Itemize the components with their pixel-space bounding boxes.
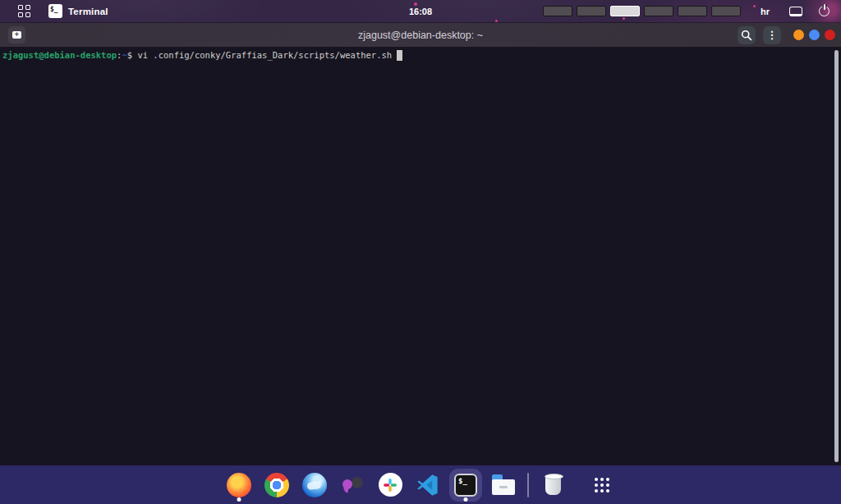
trash-icon — [545, 475, 561, 495]
terminal-cursor — [397, 50, 402, 61]
dock-item-thunderbird[interactable] — [301, 468, 329, 502]
workspace-1[interactable] — [543, 6, 572, 16]
files-icon — [492, 474, 515, 495]
dock-item-app-grid[interactable] — [588, 468, 616, 502]
menu-button[interactable]: ⋮ — [763, 26, 781, 44]
prompt-line: zjagust@debian-desktop:~$ vi .config/con… — [2, 49, 402, 62]
close-button[interactable] — [825, 30, 835, 40]
workspace-2[interactable] — [577, 6, 606, 16]
activities-grid-icon[interactable] — [18, 5, 30, 17]
terminal-app-icon: $_ — [48, 4, 62, 18]
clock-time[interactable]: 16:08 — [409, 7, 432, 16]
search-button[interactable] — [738, 26, 756, 44]
thunderbird-icon — [302, 473, 327, 497]
new-tab-button[interactable] — [8, 26, 25, 44]
wallpaper-sparkle — [414, 2, 417, 6]
search-icon — [740, 29, 753, 42]
chrome-icon — [264, 473, 289, 497]
workspace-6[interactable] — [711, 6, 741, 16]
dock-item-chrome[interactable] — [263, 468, 291, 502]
new-tab-icon — [12, 31, 21, 39]
dock-item-firefox[interactable] — [225, 468, 253, 502]
slack-icon — [379, 473, 402, 497]
wallpaper-sparkle — [623, 17, 625, 20]
keyboard-layout-indicator[interactable]: hr — [761, 7, 770, 16]
kebab-menu-icon: ⋮ — [767, 30, 778, 40]
workspace-switcher — [543, 6, 741, 16]
firefox-icon — [227, 473, 251, 497]
maximize-button[interactable] — [809, 30, 820, 40]
terminal-screen[interactable]: zjagust@debian-desktop:~$ vi .config/con… — [0, 47, 841, 465]
display-icon[interactable] — [789, 7, 802, 16]
workspace-3-active[interactable] — [610, 6, 640, 16]
terminal-window: zjagust@debian-desktop: ~ ⋮ zjagust@debi… — [0, 23, 841, 465]
terminal-scrollbar[interactable] — [834, 50, 839, 462]
top-panel: $_ Terminal 16:08 hr — [0, 0, 841, 23]
workspace-5[interactable] — [678, 6, 707, 16]
dock: $_ — [0, 465, 841, 504]
dock-item-slack[interactable] — [376, 468, 404, 502]
taskbar-item-terminal[interactable]: $_ Terminal — [48, 4, 108, 18]
dock-item-vscode[interactable] — [414, 468, 442, 502]
terminal-icon: $_ — [454, 474, 477, 497]
dock-item-files[interactable] — [489, 468, 517, 502]
dock-item-trash[interactable] — [539, 468, 567, 502]
taskbar-item-label: Terminal — [68, 7, 108, 16]
wallpaper-sparkle — [753, 5, 756, 7]
minimize-button[interactable] — [793, 30, 804, 40]
window-title: zjagust@debian-desktop: ~ — [0, 30, 841, 41]
dock-item-terminal[interactable]: $_ — [452, 468, 480, 502]
prompt-user-host: zjagust@debian-desktop — [2, 49, 117, 62]
command-text: vi .config/conky/Graffias_Dark/scripts/w… — [132, 49, 397, 62]
vscode-icon — [416, 474, 439, 497]
wallpaper-sparkle — [495, 20, 498, 22]
chat-app-icon — [340, 473, 365, 497]
running-indicator — [464, 497, 468, 502]
dock-separator — [527, 473, 529, 497]
app-grid-icon — [600, 483, 604, 487]
dock-item-chat-app[interactable] — [338, 468, 366, 502]
terminal-titlebar: zjagust@debian-desktop: ~ ⋮ — [0, 23, 841, 47]
running-indicator — [237, 497, 241, 502]
workspace-4[interactable] — [644, 6, 673, 16]
power-icon[interactable] — [819, 6, 830, 16]
